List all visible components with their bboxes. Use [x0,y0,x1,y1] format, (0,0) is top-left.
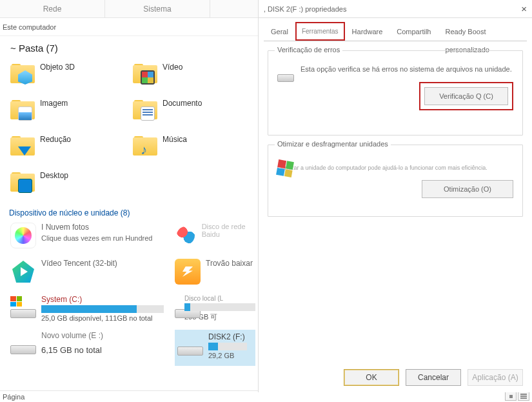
folder-label: Vídeo [163,60,182,72]
dialog-tabs: Geral Ferramentas Hardware Compartilh Re… [264,22,527,41]
explorer-pane: ~ Pasta (7) Objeto 3D Vídeo Imagem [0,36,258,390]
folder-objeto-3d[interactable]: Objeto 3D [10,59,133,95]
folder-icon [10,97,35,122]
drive-usage-bar [208,343,247,350]
folder-video[interactable]: Vídeo [133,59,255,95]
folder-icon [133,97,157,122]
group-text: Esta opção verifica se há erros no siste… [300,65,513,73]
thunder-icon [175,259,201,285]
folder-icon: ♪ [133,134,157,158]
app-label: Trovão baixar [206,259,253,268]
dialog-button-row: OK Cancelar Aplicação (A) [344,369,523,386]
folders-grid: Objeto 3D Vídeo Imagem Documento [10,59,255,203]
drive-small-icon [277,70,295,82]
close-icon[interactable]: × [521,3,527,14]
drive-icon [10,299,36,318]
folder-label: Documento [163,96,202,108]
drive-system-c[interactable]: System (C:) 25,0 GB disponível, 111GB no… [10,294,175,330]
app-thunder[interactable]: Trovão baixar [175,257,255,294]
app-label: I Nuvem fotos [41,223,152,232]
tab-ferramentas[interactable]: Ferramentas [295,22,345,41]
tab-compartilhar[interactable]: Compartilh [389,22,438,41]
drive-usage-bar [41,305,164,313]
folder-reducao[interactable]: Redução [10,131,133,167]
group-legend: Verificação de erros [275,46,342,54]
optimize-button[interactable]: Otimização (O) [422,180,513,198]
drive-local-l[interactable]: Disco local (L 298 GB 可 [175,294,255,330]
app-sub: Clique duas vezes em run Hundred [41,234,152,242]
ok-button[interactable]: OK [344,369,399,386]
folder-desktop[interactable]: Desktop [10,167,133,203]
drive-name: Disco local (L [184,295,255,302]
drive-caption: 29,2 GB [208,352,247,359]
tab-geral[interactable]: Geral [264,22,295,41]
folder-label: Objeto 3D [40,60,75,72]
drive-name: System (C:) [41,295,164,304]
tab-readyboost[interactable]: Ready Boost personalizado [438,22,527,41]
highlight-frame: Verificação Q (C) [419,82,513,110]
folder-label: Música [163,132,187,144]
drive-caption: 25,0 GB disponível, 111GB no total [41,314,164,322]
cancel-button[interactable]: Cancelar [406,369,461,386]
drive-caption: 6,15 GB no total [41,345,164,355]
baidu-icon [175,223,197,248]
drive-volume-e[interactable]: Novo volume (E :) 6,15 GB no total [10,330,175,366]
drive-name: DISK2 (F:) [208,332,247,341]
verify-button[interactable]: Verificação Q (C) [424,87,508,105]
dialog-titlebar: , DISK 2(F :) propriedades × [259,0,532,18]
devices-section-title: Dispositivo de núcleo e unidade (8) [9,208,258,217]
devices-grid: I Nuvem fotos Clique duas vezes em run H… [10,221,255,366]
menu-sistema[interactable]: Sistema [105,0,210,17]
folder-label: Imagem [40,96,68,108]
folder-documento[interactable]: Documento [133,95,255,131]
folder-icon [133,61,157,86]
drive-icon [175,299,179,318]
app-baidu-disk[interactable]: Disco de rede Baidu [175,221,255,257]
drive-icon [10,335,36,354]
defrag-icon [277,161,294,177]
folder-imagem[interactable]: Imagem [10,95,133,131]
drive-usage-bar [184,303,255,311]
dialog-title-text: , DISK 2(F :) propriedades [264,5,346,13]
tencent-icon [10,259,36,285]
tab-hardware[interactable]: Hardware [345,22,390,41]
folder-icon [10,61,35,86]
drive-icon [177,336,203,356]
view-details-button[interactable] [518,392,529,401]
menu-rede[interactable]: Rede [0,0,105,17]
status-page: Página [3,393,25,401]
drive-name: Novo volume (E :) [41,331,164,340]
folder-icon [10,134,35,158]
group-optimize: Otimizar e desfragmentar unidades Otimiz… [268,145,523,217]
group-error-check: Verificação de erros Esta opção verifica… [268,50,523,136]
folders-section-title: ~ Pasta (7) [10,43,258,54]
group-legend: Otimizar e desfragmentar unidades [275,140,391,148]
view-tiles-button[interactable] [505,392,517,401]
drive-usage-bar [41,341,164,344]
properties-dialog: , DISK 2(F :) propriedades × Geral Ferra… [258,0,532,392]
folder-icon [10,170,35,194]
app-cloud-photos[interactable]: I Nuvem fotos Clique duas vezes em run H… [10,221,175,257]
apply-button[interactable]: Aplicação (A) [468,369,523,386]
app-label: Disco de rede Baidu [202,223,255,238]
app-tencent-video[interactable]: Vídeo Tencent (32-bit) [10,257,175,294]
group-text: Otimizar a unidade do computador pode aj… [277,165,513,171]
folder-label: Desktop [40,168,68,180]
app-label: Vídeo Tencent (32-bit) [41,259,117,268]
photos-icon [10,223,36,248]
folder-musica[interactable]: ♪ Música [133,131,255,167]
drive-disk2-f[interactable]: DISK2 (F:) 29,2 GB [175,330,255,366]
folder-label: Redução [40,132,71,144]
